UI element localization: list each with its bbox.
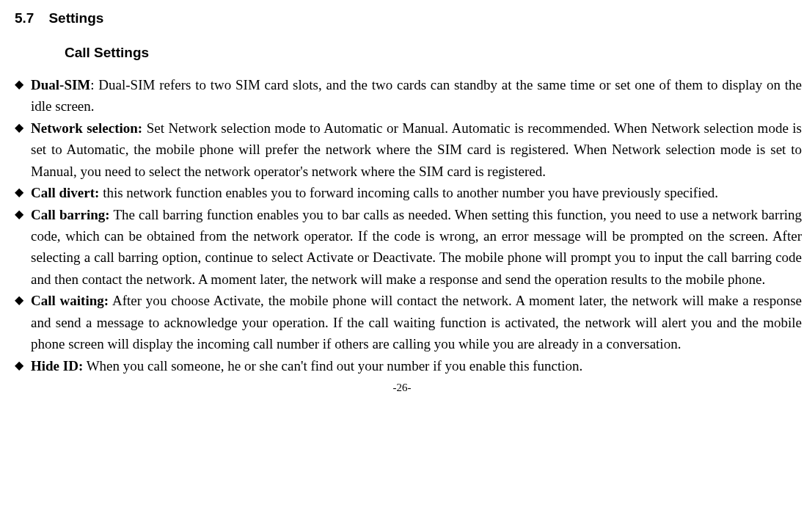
section-heading: 5.7 Settings: [0, 7, 804, 29]
item-body: this network function enables you to for…: [103, 185, 718, 200]
subsection-title: Call Settings: [0, 42, 804, 63]
item-title: Network selection:: [31, 120, 142, 136]
item-title: Call divert:: [31, 185, 99, 200]
list-item: Hide ID: When you call someone, he or sh…: [15, 355, 802, 376]
section-title: Settings: [48, 7, 103, 29]
item-body: Dual-SIM refers to two SIM card slots, a…: [31, 77, 802, 114]
list-item: Call barring: The call barring function …: [15, 204, 802, 291]
item-separator: :: [90, 77, 98, 92]
list-item: Call divert: this network function enabl…: [15, 182, 802, 203]
page-number: -26-: [0, 379, 804, 396]
item-title: Call barring:: [31, 207, 110, 222]
list-item: Dual-SIM: Dual-SIM refers to two SIM car…: [15, 74, 802, 117]
bullet-list: Dual-SIM: Dual-SIM refers to two SIM car…: [0, 74, 804, 376]
list-item: Call waiting: After you choose Activate,…: [15, 290, 802, 354]
item-body: The call barring function enables you to…: [31, 207, 802, 287]
item-body: When you call someone, he or she can't f…: [87, 358, 583, 374]
item-title: Dual-SIM: [31, 77, 90, 92]
item-title: Hide ID:: [31, 358, 83, 374]
list-item: Network selection: Set Network selection…: [15, 117, 802, 182]
item-body: Set Network selection mode to Automatic …: [31, 120, 802, 179]
section-number: 5.7: [15, 7, 34, 29]
item-body: After you choose Activate, the mobile ph…: [31, 293, 802, 351]
item-title: Call waiting:: [31, 293, 109, 308]
